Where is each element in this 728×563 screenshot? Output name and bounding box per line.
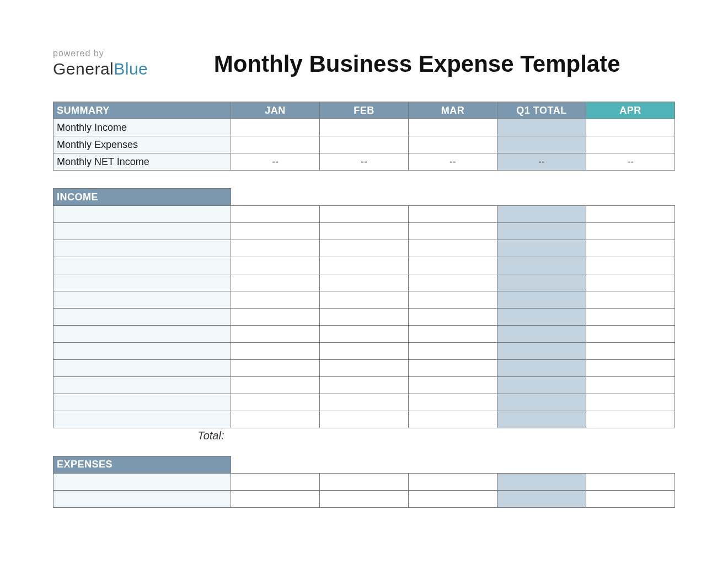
cell — [320, 274, 409, 291]
row-label — [53, 473, 231, 490]
cell: -- — [409, 153, 497, 171]
cell-q1 — [497, 473, 586, 490]
income-row — [53, 343, 675, 360]
income-row — [53, 257, 675, 274]
row-label — [53, 377, 231, 394]
col-header-mar: MAR — [409, 102, 497, 119]
row-label — [53, 240, 231, 257]
cell-q1 — [497, 326, 586, 343]
cell — [586, 136, 675, 153]
row-label: Monthly Income — [53, 119, 231, 136]
row-label — [53, 223, 231, 240]
row-label — [53, 291, 231, 309]
summary-table: SUMMARY JAN FEB MAR Q1 TOTAL APR Monthly… — [53, 102, 675, 171]
cell — [409, 119, 497, 136]
cell — [320, 473, 409, 490]
cell — [409, 343, 497, 360]
cell — [320, 343, 409, 360]
cell — [231, 309, 320, 326]
cell — [231, 473, 320, 490]
cell — [409, 377, 497, 394]
col-header-summary: SUMMARY — [53, 102, 231, 119]
cell — [231, 360, 320, 377]
income-header-row: INCOME — [53, 189, 675, 206]
cell — [586, 360, 675, 377]
cell — [409, 473, 497, 490]
cell — [586, 411, 675, 428]
cell — [231, 343, 320, 360]
row-label — [53, 490, 231, 507]
cell — [586, 490, 675, 507]
brand-name-1: General — [53, 60, 114, 78]
cell — [409, 136, 497, 153]
cell — [409, 223, 497, 240]
cell — [231, 490, 320, 507]
cell — [320, 309, 409, 326]
cell — [586, 274, 675, 291]
summary-row: Monthly Income — [53, 119, 675, 136]
income-row — [53, 206, 675, 223]
cell — [409, 411, 497, 428]
cell — [231, 274, 320, 291]
row-label — [53, 274, 231, 291]
income-row — [53, 377, 675, 394]
cell-q1 — [497, 309, 586, 326]
summary-header-row: SUMMARY JAN FEB MAR Q1 TOTAL APR — [53, 102, 675, 119]
row-label: Monthly NET Income — [53, 153, 231, 171]
page-title: Monthly Business Expense Template — [148, 43, 675, 77]
cell — [320, 206, 409, 223]
cell — [231, 119, 320, 136]
cell — [586, 119, 675, 136]
expenses-header-row: EXPENSES — [53, 456, 675, 473]
cell-q1 — [497, 291, 586, 309]
cell — [320, 136, 409, 153]
cell-q1 — [497, 206, 586, 223]
cell — [231, 291, 320, 309]
expenses-row — [53, 473, 675, 490]
blank — [231, 456, 675, 473]
cell — [231, 240, 320, 257]
cell — [231, 257, 320, 274]
cell-q1 — [497, 223, 586, 240]
cell — [586, 326, 675, 343]
cell — [320, 257, 409, 274]
income-row — [53, 309, 675, 326]
cell — [320, 291, 409, 309]
cell — [231, 326, 320, 343]
cell: -- — [320, 153, 409, 171]
cell — [586, 473, 675, 490]
expenses-table: EXPENSES — [53, 456, 675, 508]
cell — [320, 119, 409, 136]
document-page: powered by GeneralBlue Monthly Business … — [53, 43, 675, 508]
cell-q1 — [497, 343, 586, 360]
cell-q1 — [497, 257, 586, 274]
cell — [320, 490, 409, 507]
row-label — [53, 343, 231, 360]
cell: -- — [586, 153, 675, 171]
cell — [586, 223, 675, 240]
row-label: Monthly Expenses — [53, 136, 231, 153]
cell — [409, 240, 497, 257]
cell — [409, 206, 497, 223]
header: powered by GeneralBlue Monthly Business … — [53, 43, 675, 78]
row-label — [53, 360, 231, 377]
cell-q1 — [497, 274, 586, 291]
income-table: INCOME Total: — [53, 188, 675, 444]
income-row — [53, 360, 675, 377]
income-header: INCOME — [53, 189, 231, 206]
col-header-jan: JAN — [231, 102, 320, 119]
row-label — [53, 206, 231, 223]
cell — [320, 394, 409, 411]
brand-name-2: Blue — [114, 60, 148, 78]
summary-row: Monthly Expenses — [53, 136, 675, 153]
cell — [320, 223, 409, 240]
cell-q1 — [497, 411, 586, 428]
cell — [320, 360, 409, 377]
income-row — [53, 240, 675, 257]
expenses-row — [53, 490, 675, 507]
cell — [231, 377, 320, 394]
cell — [409, 360, 497, 377]
row-label — [53, 326, 231, 343]
income-total-label: Total: — [53, 428, 231, 444]
cell — [586, 377, 675, 394]
